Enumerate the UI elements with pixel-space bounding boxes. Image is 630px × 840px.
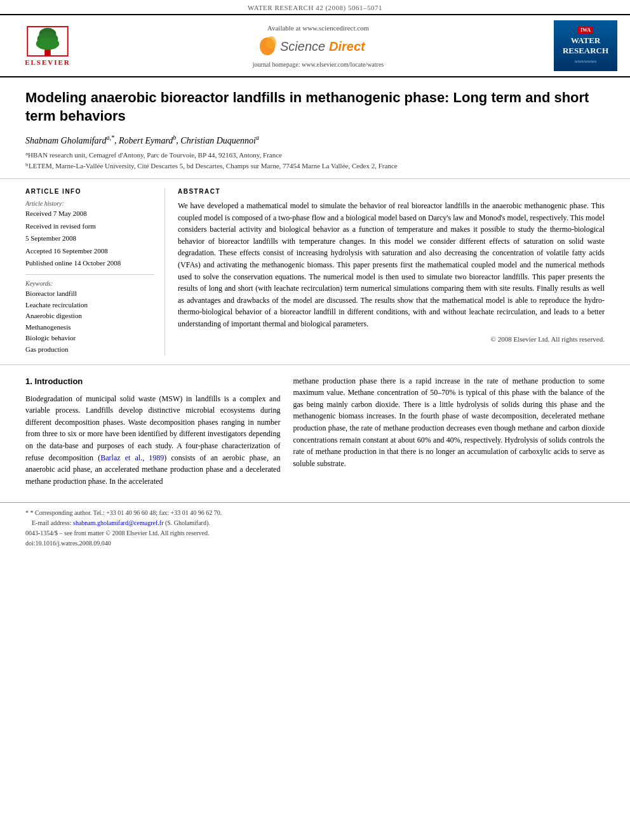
corresponding-author-note: * * Corresponding author. Tel.: +33 01 4…: [25, 508, 605, 518]
keyword-1: Bioreactor landfill: [25, 288, 154, 300]
section1-heading: 1. Introduction: [25, 375, 280, 388]
iwa-badge: IWA: [578, 27, 593, 34]
accepted-date: Accepted 16 September 2008: [25, 246, 154, 257]
svg-text:Science: Science: [280, 39, 325, 53]
article-authors: Shabnam Gholamifarda,*, Robert Eymardb, …: [25, 134, 605, 146]
issn-line: 0043-1354/$ – see front matter © 2008 El…: [25, 528, 605, 538]
section1-title: Introduction: [34, 377, 83, 386]
elsevier-tree-icon: [25, 25, 70, 57]
svg-point-7: [266, 36, 276, 49]
keyword-6: Gas production: [25, 344, 154, 356]
info-divider: [25, 274, 154, 275]
received-date: Received 7 May 2008: [25, 208, 154, 220]
journal-center: Available at www.sciencedirect.com Scien…: [83, 24, 554, 68]
doi-line: doi:10.1016/j.watres.2008.09.040: [25, 538, 605, 549]
section1-paragraph1: Biodegradation of municipal solid waste …: [25, 393, 280, 488]
author-b-sup: b: [173, 134, 176, 141]
history-label: Article history:: [25, 200, 154, 207]
affiliation-b: ᵇLETEM, Marne-La-Vallée University, Cité…: [25, 161, 605, 172]
elsevier-logo: ELSEVIER: [13, 20, 83, 71]
footer-section: * * Corresponding author. Tel.: +33 01 4…: [0, 502, 630, 554]
keyword-5: Biologic behavior: [25, 333, 154, 344]
keyword-3: Anaerobic digestion: [25, 310, 154, 322]
article-info-column: ARTICLE INFO Article history: Received 7…: [25, 188, 165, 356]
sciencedirect-logo-area: Science Direct: [83, 34, 554, 61]
keyword-4: Methanogenesis: [25, 322, 154, 333]
wr-waves-icon: ≈≈≈≈≈≈≈: [575, 58, 597, 65]
volume-text: WATER RESEARCH 42 (2008) 5061–5071: [248, 4, 382, 11]
abstract-column: ABSTRACT We have developed a mathematica…: [178, 188, 605, 356]
author-duquennoi: Christian Duquennoi: [180, 136, 256, 145]
elsevier-text: ELSEVIER: [25, 58, 70, 66]
abstract-heading: ABSTRACT: [178, 188, 605, 195]
abstract-text: We have developed a mathematical model t…: [178, 200, 605, 330]
author-c-sup: a: [256, 134, 259, 141]
footnote-star-icon: *: [25, 509, 30, 516]
corresponding-author-text: * Corresponding author. Tel.: +33 01 40 …: [30, 509, 222, 516]
article-title-section: Modeling anaerobic bioreactor landfills …: [0, 77, 630, 179]
two-col-section: ARTICLE INFO Article history: Received 7…: [0, 179, 630, 365]
email-line: E-mail address: shabnam.gholamifard@cema…: [25, 518, 605, 528]
copyright-text: © 2008 Elsevier Ltd. All rights reserved…: [178, 335, 605, 343]
main-body: 1. Introduction Biodegradation of munici…: [0, 365, 630, 503]
affiliations: ᵃHBAN research unit, Cemagref d'Antony, …: [25, 150, 605, 172]
right-body-column: methane production phase there is a rapi…: [293, 375, 605, 493]
section1-number: 1.: [25, 377, 32, 386]
sciencedirect-logo-icon: Science Direct: [255, 34, 382, 58]
author-a-sup: a,*: [106, 134, 114, 141]
author-gholamifard: Shabnam Gholamifard: [25, 136, 106, 145]
affiliation-a: ᵃHBAN research unit, Cemagref d'Antony, …: [25, 150, 605, 161]
journal-homepage-text: journal homepage: www.elsevier.com/locat…: [83, 61, 554, 68]
water-research-title: WATERRESEARCH: [563, 36, 608, 55]
keyword-2: Leachate recirculation: [25, 300, 154, 311]
article-main-title: Modeling anaerobic bioreactor landfills …: [25, 89, 605, 125]
journal-volume-info: WATER RESEARCH 42 (2008) 5061–5071: [0, 0, 630, 14]
received-revised-label: Received in revised form: [25, 221, 154, 232]
email-label: E-mail address:: [32, 519, 71, 526]
barlaz-ref-link[interactable]: Barlaz et al., 1989: [100, 453, 164, 462]
email-attribution: (S. Gholamifard).: [165, 519, 210, 526]
journal-header: ELSEVIER Available at www.sciencedirect.…: [0, 14, 630, 77]
svg-point-4: [36, 37, 60, 50]
svg-text:Direct: Direct: [329, 39, 366, 53]
section1-paragraph2: methane production phase there is a rapi…: [293, 375, 605, 470]
published-date: Published online 14 October 2008: [25, 258, 154, 269]
article-info-heading: ARTICLE INFO: [25, 188, 154, 195]
water-research-logo: IWA WATERRESEARCH ≈≈≈≈≈≈≈: [554, 20, 617, 71]
email-link[interactable]: shabnam.gholamifard@cemagref.fr: [73, 519, 163, 526]
available-at-text: Available at www.sciencedirect.com: [83, 24, 554, 32]
keywords-label: Keywords:: [25, 280, 154, 287]
left-body-column: 1. Introduction Biodegradation of munici…: [25, 375, 280, 493]
author-eymard: Robert Eymard: [119, 136, 173, 145]
revised-date: 5 September 2008: [25, 233, 154, 244]
